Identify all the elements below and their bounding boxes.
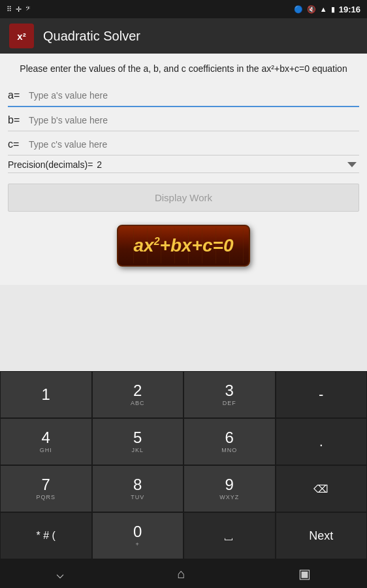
key-2[interactable]: 2 ABC bbox=[92, 371, 184, 418]
wifi-icon: ▲ bbox=[320, 5, 327, 13]
grid-icon: ⠿ bbox=[7, 5, 12, 14]
key-5[interactable]: 5 JKL bbox=[92, 418, 184, 465]
label-a: a= bbox=[8, 90, 26, 101]
input-b[interactable] bbox=[26, 110, 359, 131]
display-work-button[interactable]: Display Work bbox=[8, 184, 359, 212]
precision-row[interactable]: Precision(decimals)= 2 bbox=[8, 159, 359, 173]
input-row-c: c= bbox=[8, 134, 359, 155]
description-text: Please enter the values of the a, b, and… bbox=[8, 63, 359, 76]
key-7[interactable]: 7 PQRS bbox=[0, 465, 92, 512]
keyboard: 1 2 ABC 3 DEF - 4 GHI 5 JKL 6 MNO . bbox=[0, 371, 367, 559]
formula-container: ax2+bx+c=0 bbox=[8, 225, 359, 267]
input-a[interactable] bbox=[26, 85, 359, 106]
back-nav-icon[interactable]: ⌵ bbox=[56, 566, 64, 581]
key-period[interactable]: . bbox=[276, 418, 368, 465]
key-0[interactable]: 0 + bbox=[92, 512, 184, 559]
key-backspace[interactable]: ⌫ bbox=[276, 465, 368, 512]
keyboard-row-2: 4 GHI 5 JKL 6 MNO . bbox=[0, 418, 367, 465]
status-left-icons: ⠿ ✛ 𝄢 bbox=[7, 5, 30, 14]
label-b: b= bbox=[8, 114, 26, 126]
input-c[interactable] bbox=[26, 134, 359, 155]
precision-value: 2 bbox=[97, 159, 102, 170]
status-bar: ⠿ ✛ 𝄢 🔵 🔇 ▲ ▮ 19:16 bbox=[0, 0, 367, 18]
key-6[interactable]: 6 MNO bbox=[184, 418, 276, 465]
key-1[interactable]: 1 bbox=[0, 371, 92, 418]
input-row-b: b= bbox=[8, 110, 359, 131]
label-c: c= bbox=[8, 139, 26, 150]
keyboard-row-3: 7 PQRS 8 TUV 9 WXYZ ⌫ bbox=[0, 465, 367, 512]
precision-label: Precision(decimals)= bbox=[8, 159, 93, 170]
key-4[interactable]: 4 GHI bbox=[0, 418, 92, 465]
nav-bar: ⌵ ⌂ ▣ bbox=[0, 559, 367, 588]
app-icon-text: x² bbox=[17, 31, 25, 42]
key-8[interactable]: 8 TUV bbox=[92, 465, 184, 512]
key-3[interactable]: 3 DEF bbox=[184, 371, 276, 418]
app-logo: x² bbox=[9, 24, 34, 48]
status-right-icons: 🔵 🔇 ▲ ▮ 19:16 bbox=[294, 5, 360, 14]
main-content: Please enter the values of the a, b, and… bbox=[0, 54, 367, 285]
key-symbols[interactable]: * # ( bbox=[0, 512, 92, 559]
app-header: x² Quadratic Solver bbox=[0, 18, 367, 54]
next-button[interactable]: Next bbox=[276, 512, 368, 559]
key-space[interactable]: ⎵ bbox=[184, 512, 276, 559]
precision-dropdown-arrow bbox=[347, 162, 357, 167]
mute-icon: 🔇 bbox=[307, 5, 316, 14]
bluetooth-icon: 🔵 bbox=[294, 5, 303, 14]
input-row-a: a= bbox=[8, 85, 359, 107]
recents-nav-icon[interactable]: ▣ bbox=[298, 566, 311, 581]
formula-text: ax2+bx+c=0 bbox=[134, 235, 234, 255]
key-minus[interactable]: - bbox=[276, 371, 368, 418]
home-nav-icon[interactable]: ⌂ bbox=[177, 566, 185, 581]
formula-box: ax2+bx+c=0 bbox=[117, 225, 251, 267]
plus-icon: ✛ bbox=[16, 5, 22, 14]
clock: 19:16 bbox=[339, 5, 360, 14]
app-icon-small: 𝄢 bbox=[25, 5, 30, 14]
keyboard-row-1: 1 2 ABC 3 DEF - bbox=[0, 371, 367, 418]
app-title: Quadratic Solver bbox=[43, 29, 140, 44]
battery-icon: ▮ bbox=[331, 5, 335, 14]
key-9[interactable]: 9 WXYZ bbox=[184, 465, 276, 512]
next-label: Next bbox=[309, 529, 333, 543]
keyboard-row-4: * # ( 0 + ⎵ Next bbox=[0, 512, 367, 559]
